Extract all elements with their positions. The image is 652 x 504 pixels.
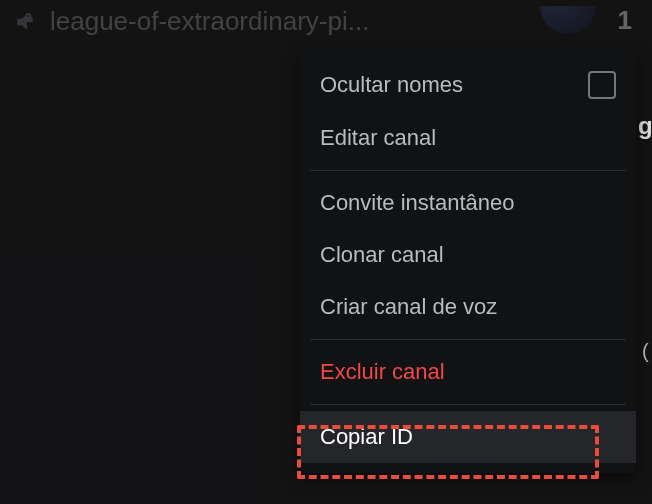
menu-item-label: Clonar canal [320,242,444,268]
edge-text-fragment: g [638,112,652,140]
menu-divider [310,170,626,171]
menu-divider [310,404,626,405]
menu-item-copy-id[interactable]: Copiar ID [300,411,636,463]
menu-item-label: Editar canal [320,125,436,151]
menu-item-edit-channel[interactable]: Editar canal [300,112,636,164]
menu-item-delete-channel[interactable]: Excluir canal [300,346,636,398]
context-menu: Ocultar nomes Editar canal Convite insta… [300,48,636,473]
checkbox-icon[interactable] [588,71,616,99]
menu-item-create-voice-channel[interactable]: Criar canal de voz [300,281,636,333]
menu-item-label: Copiar ID [320,424,413,450]
menu-divider [310,339,626,340]
menu-item-label: Criar canal de voz [320,294,497,320]
menu-item-label: Ocultar nomes [320,72,463,98]
menu-item-clone-channel[interactable]: Clonar canal [300,229,636,281]
menu-item-instant-invite[interactable]: Convite instantâneo [300,177,636,229]
menu-item-hide-names[interactable]: Ocultar nomes [300,58,636,112]
menu-item-label: Convite instantâneo [320,190,514,216]
edge-paren-fragment: ( [642,340,652,363]
menu-item-label: Excluir canal [320,359,445,385]
